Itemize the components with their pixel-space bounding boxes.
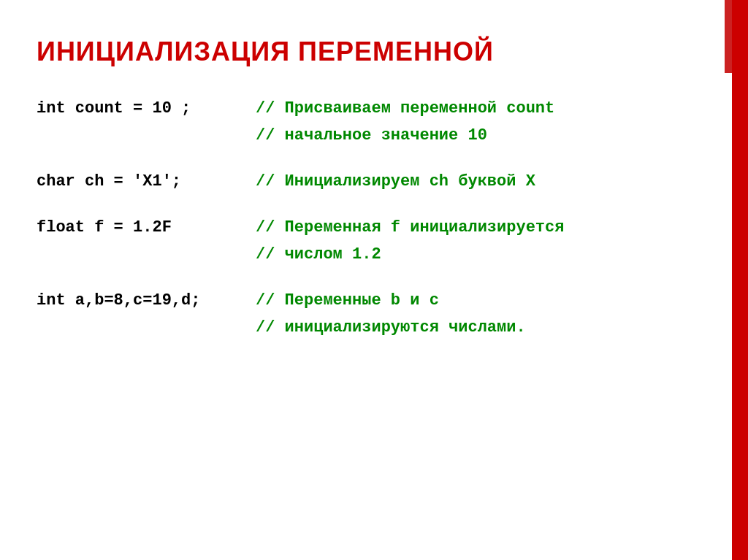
code-line-1: int count = 10 ; // Присваиваем переменн… <box>37 96 704 120</box>
code-line-4: float f = 1.2F // Переменная f инициализ… <box>37 215 704 239</box>
code-section-float-f: float f = 1.2F // Переменная f инициализ… <box>37 215 704 266</box>
code-text-1: int count = 10 ; <box>37 96 256 120</box>
comment-text-4: // Переменная f инициализируется <box>256 215 564 239</box>
code-line-3: char ch = 'X1'; // Инициализируем ch бук… <box>37 169 704 193</box>
comment-text-7: // инициализируются числами. <box>256 315 526 340</box>
code-text-indent-1 <box>37 123 256 147</box>
comment-text-2: // начальное значение 10 <box>256 123 487 147</box>
code-section-char-ch: char ch = 'X1'; // Инициализируем ch бук… <box>37 169 704 193</box>
code-text-3: char ch = 'X1'; <box>37 169 256 193</box>
comment-text-6: // Переменные b и с <box>256 288 439 312</box>
code-text-indent-4 <box>37 242 256 266</box>
code-block: int count = 10 ; // Присваиваем переменн… <box>37 96 704 340</box>
code-line-2: // начальное значение 10 <box>37 123 704 147</box>
code-line-7: // инициализируются числами. <box>37 315 704 340</box>
code-text-4: float f = 1.2F <box>37 215 256 239</box>
code-text-6: int a,b=8,c=19,d; <box>37 288 256 312</box>
code-text-indent-6 <box>37 315 256 340</box>
code-section-int-abcd: int a,b=8,c=19,d; // Переменные b и с //… <box>37 288 704 340</box>
red-accent-bar-top <box>725 0 732 73</box>
slide-title: ИНИЦИАЛИЗАЦИЯ ПЕРЕМЕННОЙ <box>37 37 704 67</box>
comment-text-5: // числом 1.2 <box>256 242 381 266</box>
red-accent-bar-right <box>732 0 748 560</box>
slide: ИНИЦИАЛИЗАЦИЯ ПЕРЕМЕННОЙ int count = 10 … <box>0 0 748 560</box>
code-line-6: int a,b=8,c=19,d; // Переменные b и с <box>37 288 704 312</box>
code-section-int-count: int count = 10 ; // Присваиваем переменн… <box>37 96 704 147</box>
comment-text-1: // Присваиваем переменной count <box>256 96 554 120</box>
comment-text-3: // Инициализируем ch буквой X <box>256 169 535 193</box>
code-line-5: // числом 1.2 <box>37 242 704 266</box>
